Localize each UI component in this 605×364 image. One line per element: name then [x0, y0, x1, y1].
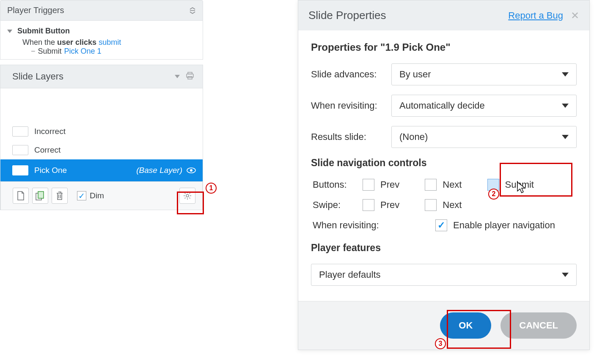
svg-point-5: [190, 169, 192, 172]
layer-item-correct[interactable]: Correct: [0, 141, 203, 159]
layers-body: Incorrect Correct Pick One (Base Layer): [0, 88, 203, 210]
buttons-label: Buttons:: [313, 179, 363, 190]
chevron-down-icon: [562, 273, 569, 277]
when-revisiting-select[interactable]: Automatically decide: [391, 95, 577, 117]
layer-thumb: [12, 165, 28, 175]
swipe-label: Swipe:: [313, 200, 363, 211]
layer-properties-gear-button[interactable]: [179, 188, 195, 204]
checkbox-label: Next: [443, 179, 462, 190]
select-value: By user: [399, 69, 431, 80]
base-layer-label: (Base Layer): [136, 166, 182, 175]
layer-thumb: [12, 126, 28, 137]
slide-advances-row: Slide advances: By user: [311, 63, 577, 85]
checkbox-icon: [425, 179, 437, 191]
printer-icon[interactable]: [186, 72, 194, 81]
layer-label: Incorrect: [34, 127, 66, 136]
chevron-down-icon: [562, 135, 569, 139]
submit-button-checkbox[interactable]: Submit: [487, 179, 534, 191]
when-revisiting-row: When revisiting: Automatically decide: [311, 95, 577, 117]
swipe-prev-checkbox[interactable]: Prev: [363, 199, 399, 211]
svg-rect-7: [38, 192, 44, 198]
slide-advances-label: Slide advances:: [311, 69, 391, 80]
player-features-select[interactable]: Player defaults: [311, 264, 577, 286]
layer-item-pickone-selected[interactable]: Pick One (Base Layer): [0, 159, 203, 181]
layer-thumb: [12, 145, 28, 155]
checkbox-label: Prev: [380, 179, 399, 190]
visibility-icon[interactable]: [187, 166, 196, 175]
dim-label: Dim: [90, 191, 104, 200]
new-layer-button[interactable]: [13, 188, 29, 204]
enable-player-nav-checkbox[interactable]: Enable player navigation: [435, 219, 555, 231]
prev-button-checkbox[interactable]: Prev: [363, 179, 399, 191]
trigger-when-userclicks: user clicks: [57, 38, 96, 47]
checkbox-label: Submit: [505, 179, 534, 190]
ok-button[interactable]: OK: [440, 312, 491, 339]
collapse-icon[interactable]: [189, 6, 196, 15]
trigger-when[interactable]: When the user clicks submit: [0, 38, 203, 47]
swipe-next-checkbox[interactable]: Next: [425, 199, 462, 211]
slide-properties-dialog: Slide Properties Report a Bug ✕ Properti…: [298, 0, 590, 350]
trigger-action-prefix: Submit: [38, 47, 62, 56]
svg-rect-2: [188, 72, 192, 74]
dialog-header: Slide Properties Report a Bug ✕: [298, 0, 589, 30]
trigger-group-row[interactable]: Submit Button: [0, 24, 203, 38]
layer-item-incorrect[interactable]: Incorrect: [0, 122, 203, 141]
player-features-title: Player features: [311, 242, 577, 254]
svg-point-8: [186, 194, 189, 197]
when-revisiting2-label: When revisiting:: [313, 220, 435, 231]
trigger-action-link[interactable]: Pick One 1: [64, 47, 102, 56]
properties-for-title: Properties for "1.9 Pick One": [311, 41, 577, 53]
checkbox-icon: [425, 199, 437, 211]
layer-label: Pick One: [34, 166, 67, 175]
checkbox-icon: [487, 179, 499, 191]
nav-controls-title: Slide navigation controls: [311, 157, 577, 169]
select-value: Automatically decide: [399, 100, 485, 111]
chevron-down-icon: [562, 72, 569, 77]
results-slide-row: Results slide: (None): [311, 126, 577, 148]
checkbox-label: Enable player navigation: [453, 220, 555, 231]
left-panel: Player Triggers Submit Button When the u…: [0, 0, 203, 210]
trigger-group-label: Submit Button: [17, 27, 70, 36]
layer-label: Correct: [34, 145, 60, 155]
next-button-checkbox[interactable]: Next: [425, 179, 462, 191]
svg-rect-6: [36, 193, 41, 200]
cancel-button[interactable]: CANCEL: [500, 312, 577, 339]
checkbox-label: Next: [443, 200, 462, 211]
checkbox-icon: [363, 199, 374, 211]
checkbox-icon: [363, 179, 374, 191]
report-bug-link[interactable]: Report a Bug: [508, 10, 563, 21]
svg-rect-0: [190, 10, 195, 11]
dialog-title: Slide Properties: [308, 9, 386, 22]
slide-layers-header[interactable]: Slide Layers: [0, 65, 203, 88]
player-triggers-title: Player Triggers: [7, 5, 64, 15]
select-value: (None): [399, 131, 428, 142]
checkbox-checked-icon: [435, 219, 447, 231]
annotation-badge-1: 1: [206, 183, 217, 194]
swipe-row: Swipe: Prev Next: [311, 199, 577, 211]
close-icon[interactable]: ✕: [571, 10, 579, 22]
slide-layers-title: Slide Layers: [12, 71, 63, 82]
duplicate-layer-button[interactable]: [32, 188, 48, 204]
delete-layer-button[interactable]: [52, 188, 68, 204]
minus-icon: −: [31, 47, 36, 56]
trigger-group: Submit Button When the user clicks submi…: [0, 21, 203, 60]
dim-toggle[interactable]: ✓ Dim: [77, 191, 104, 200]
results-slide-label: Results slide:: [311, 131, 391, 142]
chevron-down-icon: [7, 30, 12, 33]
dialog-body: Properties for "1.9 Pick One" Slide adva…: [298, 30, 589, 301]
revisiting-nav-row: When revisiting: Enable player navigatio…: [311, 219, 577, 231]
when-revisiting-label: When revisiting:: [311, 100, 391, 111]
trigger-action[interactable]: − Submit Pick One 1: [0, 47, 203, 56]
checkbox-icon: ✓: [77, 191, 86, 200]
slide-advances-select[interactable]: By user: [391, 63, 577, 85]
chevron-down-icon: [562, 104, 569, 108]
layers-toolbar: ✓ Dim: [0, 181, 203, 210]
trigger-when-prefix: When the: [22, 38, 55, 47]
player-triggers-header[interactable]: Player Triggers: [0, 0, 203, 21]
buttons-row: Buttons: Prev Next Submit: [311, 179, 577, 191]
checkbox-label: Prev: [380, 200, 399, 211]
trigger-when-action-link[interactable]: submit: [99, 38, 121, 47]
chevron-down-icon[interactable]: [175, 75, 180, 78]
select-value: Player defaults: [319, 269, 381, 280]
results-slide-select[interactable]: (None): [391, 126, 577, 148]
